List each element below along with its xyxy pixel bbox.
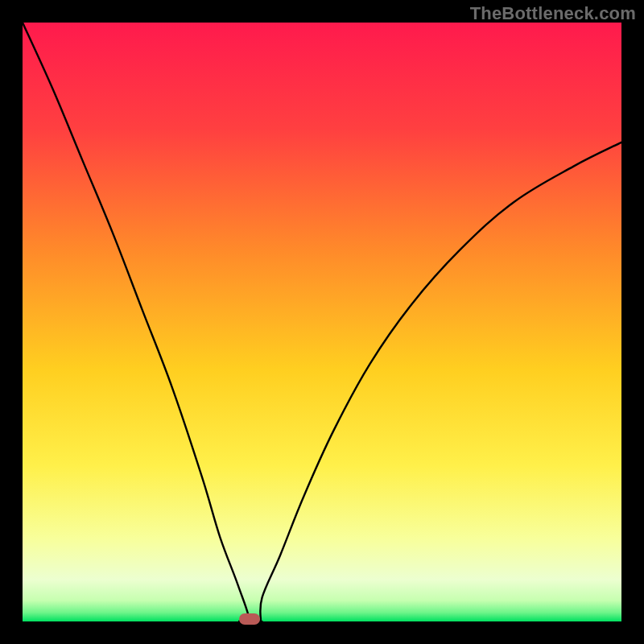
watermark-text: TheBottleneck.com [470,3,636,24]
chart-plot-area [23,23,621,621]
optimal-marker [239,613,260,625]
chart-svg [23,23,621,621]
gradient-background [23,23,621,621]
